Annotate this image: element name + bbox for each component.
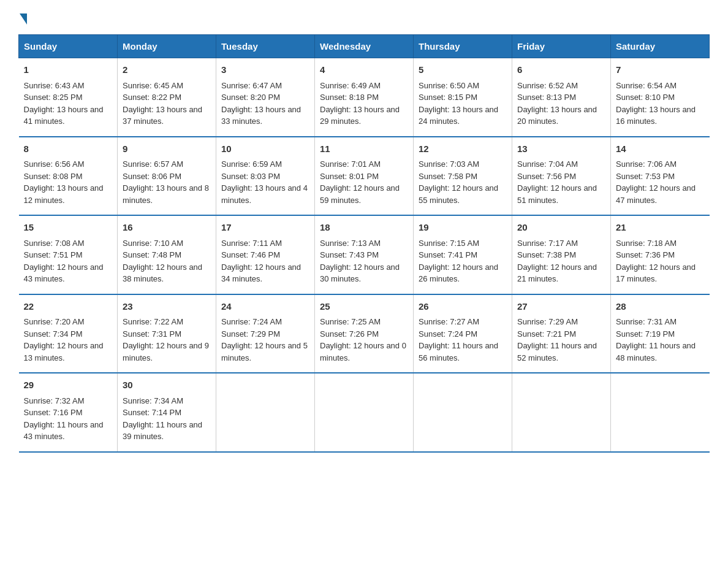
day-cell: 5Sunrise: 6:50 AM Sunset: 8:15 PM Daylig…: [414, 58, 512, 137]
day-info: Sunrise: 7:34 AM Sunset: 7:14 PM Dayligh…: [123, 395, 211, 443]
day-cell: 14Sunrise: 7:06 AM Sunset: 7:53 PM Dayli…: [611, 137, 710, 216]
day-info: Sunrise: 7:32 AM Sunset: 7:16 PM Dayligh…: [24, 395, 113, 443]
page-header: [18, 12, 710, 23]
day-info: Sunrise: 7:15 AM Sunset: 7:41 PM Dayligh…: [419, 237, 507, 285]
day-info: Sunrise: 7:03 AM Sunset: 7:58 PM Dayligh…: [419, 158, 507, 206]
day-number: 11: [320, 142, 408, 156]
day-number: 20: [517, 221, 605, 235]
day-number: 21: [616, 221, 705, 235]
week-row-3: 15Sunrise: 7:08 AM Sunset: 7:51 PM Dayli…: [19, 215, 710, 294]
day-number: 29: [24, 378, 113, 393]
day-cell: 19Sunrise: 7:15 AM Sunset: 7:41 PM Dayli…: [414, 215, 512, 294]
day-number: 28: [616, 300, 705, 314]
day-info: Sunrise: 6:52 AM Sunset: 8:13 PM Dayligh…: [517, 80, 605, 128]
day-cell: [315, 373, 414, 452]
day-number: 25: [320, 300, 408, 314]
day-cell: 21Sunrise: 7:18 AM Sunset: 7:36 PM Dayli…: [611, 215, 710, 294]
day-number: 17: [221, 221, 309, 235]
day-cell: 3Sunrise: 6:47 AM Sunset: 8:20 PM Daylig…: [216, 58, 315, 137]
header-tuesday: Tuesday: [216, 35, 315, 58]
day-info: Sunrise: 7:31 AM Sunset: 7:19 PM Dayligh…: [616, 316, 705, 364]
day-cell: 30Sunrise: 7:34 AM Sunset: 7:14 PM Dayli…: [118, 373, 216, 452]
day-info: Sunrise: 7:29 AM Sunset: 7:21 PM Dayligh…: [517, 316, 605, 364]
day-info: Sunrise: 6:57 AM Sunset: 8:06 PM Dayligh…: [123, 158, 211, 206]
day-number: 16: [123, 221, 211, 235]
day-info: Sunrise: 7:18 AM Sunset: 7:36 PM Dayligh…: [616, 237, 705, 285]
day-number: 1: [24, 63, 113, 77]
day-number: 9: [123, 142, 211, 156]
day-number: 2: [123, 63, 211, 77]
week-row-1: 1Sunrise: 6:43 AM Sunset: 8:25 PM Daylig…: [19, 58, 710, 137]
day-number: 7: [616, 63, 705, 77]
day-info: Sunrise: 7:13 AM Sunset: 7:43 PM Dayligh…: [320, 237, 408, 285]
day-cell: 11Sunrise: 7:01 AM Sunset: 8:01 PM Dayli…: [315, 137, 414, 216]
day-cell: 23Sunrise: 7:22 AM Sunset: 7:31 PM Dayli…: [118, 294, 216, 373]
day-cell: 15Sunrise: 7:08 AM Sunset: 7:51 PM Dayli…: [19, 215, 118, 294]
day-cell: 26Sunrise: 7:27 AM Sunset: 7:24 PM Dayli…: [414, 294, 512, 373]
day-info: Sunrise: 6:47 AM Sunset: 8:20 PM Dayligh…: [221, 80, 309, 128]
day-cell: 27Sunrise: 7:29 AM Sunset: 7:21 PM Dayli…: [512, 294, 611, 373]
day-info: Sunrise: 7:06 AM Sunset: 7:53 PM Dayligh…: [616, 158, 705, 206]
day-info: Sunrise: 6:43 AM Sunset: 8:25 PM Dayligh…: [24, 80, 113, 128]
day-number: 26: [419, 300, 507, 314]
day-cell: 28Sunrise: 7:31 AM Sunset: 7:19 PM Dayli…: [611, 294, 710, 373]
day-info: Sunrise: 7:25 AM Sunset: 7:26 PM Dayligh…: [320, 316, 408, 364]
day-number: 22: [24, 300, 113, 314]
day-info: Sunrise: 6:45 AM Sunset: 8:22 PM Dayligh…: [123, 80, 211, 128]
day-cell: [611, 373, 710, 452]
day-cell: 25Sunrise: 7:25 AM Sunset: 7:26 PM Dayli…: [315, 294, 414, 373]
day-cell: 2Sunrise: 6:45 AM Sunset: 8:22 PM Daylig…: [118, 58, 216, 137]
week-row-4: 22Sunrise: 7:20 AM Sunset: 7:34 PM Dayli…: [19, 294, 710, 373]
day-info: Sunrise: 7:04 AM Sunset: 7:56 PM Dayligh…: [517, 158, 605, 206]
day-info: Sunrise: 6:50 AM Sunset: 8:15 PM Dayligh…: [419, 80, 507, 128]
day-info: Sunrise: 7:27 AM Sunset: 7:24 PM Dayligh…: [419, 316, 507, 364]
header-wednesday: Wednesday: [315, 35, 414, 58]
day-cell: 6Sunrise: 6:52 AM Sunset: 8:13 PM Daylig…: [512, 58, 611, 137]
day-number: 6: [517, 63, 605, 77]
day-number: 19: [419, 221, 507, 235]
day-info: Sunrise: 7:11 AM Sunset: 7:46 PM Dayligh…: [221, 237, 309, 285]
day-cell: [414, 373, 512, 452]
logo-arrow-icon: [20, 13, 27, 25]
week-row-5: 29Sunrise: 7:32 AM Sunset: 7:16 PM Dayli…: [19, 373, 710, 452]
day-info: Sunrise: 6:56 AM Sunset: 8:08 PM Dayligh…: [24, 158, 113, 206]
day-cell: 9Sunrise: 6:57 AM Sunset: 8:06 PM Daylig…: [118, 137, 216, 216]
day-info: Sunrise: 7:20 AM Sunset: 7:34 PM Dayligh…: [24, 316, 113, 364]
day-number: 14: [616, 142, 705, 156]
day-cell: 22Sunrise: 7:20 AM Sunset: 7:34 PM Dayli…: [19, 294, 118, 373]
day-cell: 7Sunrise: 6:54 AM Sunset: 8:10 PM Daylig…: [611, 58, 710, 137]
day-cell: [216, 373, 315, 452]
day-number: 30: [123, 378, 211, 393]
day-cell: 17Sunrise: 7:11 AM Sunset: 7:46 PM Dayli…: [216, 215, 315, 294]
day-info: Sunrise: 6:49 AM Sunset: 8:18 PM Dayligh…: [320, 80, 408, 128]
day-info: Sunrise: 7:24 AM Sunset: 7:29 PM Dayligh…: [221, 316, 309, 364]
calendar-table: SundayMondayTuesdayWednesdayThursdayFrid…: [18, 34, 710, 453]
header-friday: Friday: [512, 35, 611, 58]
week-row-2: 8Sunrise: 6:56 AM Sunset: 8:08 PM Daylig…: [19, 137, 710, 216]
day-info: Sunrise: 7:10 AM Sunset: 7:48 PM Dayligh…: [123, 237, 211, 285]
day-number: 12: [419, 142, 507, 156]
day-cell: 12Sunrise: 7:03 AM Sunset: 7:58 PM Dayli…: [414, 137, 512, 216]
day-cell: 4Sunrise: 6:49 AM Sunset: 8:18 PM Daylig…: [315, 58, 414, 137]
day-number: 18: [320, 221, 408, 235]
day-cell: 20Sunrise: 7:17 AM Sunset: 7:38 PM Dayli…: [512, 215, 611, 294]
day-info: Sunrise: 7:17 AM Sunset: 7:38 PM Dayligh…: [517, 237, 605, 285]
day-number: 4: [320, 63, 408, 77]
day-number: 15: [24, 221, 113, 235]
day-number: 3: [221, 63, 309, 77]
day-info: Sunrise: 7:01 AM Sunset: 8:01 PM Dayligh…: [320, 158, 408, 206]
day-cell: 10Sunrise: 6:59 AM Sunset: 8:03 PM Dayli…: [216, 137, 315, 216]
day-number: 8: [24, 142, 113, 156]
header-monday: Monday: [118, 35, 216, 58]
day-cell: 24Sunrise: 7:24 AM Sunset: 7:29 PM Dayli…: [216, 294, 315, 373]
calendar-header-row: SundayMondayTuesdayWednesdayThursdayFrid…: [19, 35, 710, 58]
day-number: 27: [517, 300, 605, 314]
day-cell: 18Sunrise: 7:13 AM Sunset: 7:43 PM Dayli…: [315, 215, 414, 294]
day-cell: 8Sunrise: 6:56 AM Sunset: 8:08 PM Daylig…: [19, 137, 118, 216]
day-cell: 29Sunrise: 7:32 AM Sunset: 7:16 PM Dayli…: [19, 373, 118, 452]
day-info: Sunrise: 7:22 AM Sunset: 7:31 PM Dayligh…: [123, 316, 211, 364]
logo: [18, 12, 28, 23]
header-sunday: Sunday: [19, 35, 118, 58]
day-number: 10: [221, 142, 309, 156]
day-cell: 1Sunrise: 6:43 AM Sunset: 8:25 PM Daylig…: [19, 58, 118, 137]
